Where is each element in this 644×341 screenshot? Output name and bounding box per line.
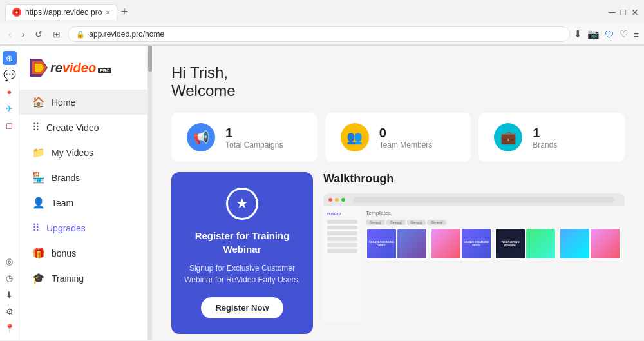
close-window-button[interactable]: ✕ (631, 7, 639, 17)
preview-sidebar-item-3 (327, 231, 357, 235)
preview-dot-red (328, 198, 332, 202)
sidebar-item-create-video[interactable]: ⠿ Create Video (19, 115, 147, 140)
circle-icon-btn[interactable]: ● (3, 84, 17, 99)
template-img-3a: WE ENJOYING WEDDING (496, 229, 525, 258)
stat-card-campaigns: 📢 1 Total Campaigns (171, 113, 317, 162)
brands-info: 1 Brands (533, 126, 557, 150)
toolbar-actions: ⬇ 📷 🛡 ♡ ≡ (574, 28, 639, 40)
webinar-description: Signup for Exclusive Customer Webinar fo… (184, 262, 300, 286)
minimize-button[interactable]: ─ (609, 7, 616, 17)
template-img-4b (591, 229, 620, 258)
stats-row: 📢 1 Total Campaigns 👥 0 Team Members 💼 1… (171, 113, 625, 162)
walkthrough-title: Walkthrough (323, 172, 625, 186)
browser-titlebar: https://app.revideo.pro × + ─ □ ✕ (0, 0, 644, 24)
sidebar: revideo PRO 🏠 Home ⠿ Create Video 📁 My V… (19, 46, 148, 340)
extensions-button[interactable]: ⊞ (50, 27, 64, 41)
template-label-2: CREATE ENGAGING VIDEO (462, 239, 491, 248)
camera-icon[interactable]: 📷 (587, 28, 600, 40)
messenger-icon-btn[interactable]: 💬 (3, 68, 17, 82)
settings-icon-btn[interactable]: ⚙ (3, 304, 17, 318)
scroll-thumb (148, 46, 152, 72)
template-img-1a: CREATE ENGAGING VIDEO (367, 229, 396, 258)
my-videos-icon: 📁 (32, 146, 45, 159)
telegram-icon-btn[interactable]: ✈ (3, 101, 17, 115)
download-icon-btn[interactable]: ⬇ (3, 287, 17, 302)
sidebar-item-brands[interactable]: 🏪 Brands (19, 165, 147, 190)
stat-card-brands: 💼 1 Brands (478, 113, 625, 162)
preview-template-1: CREATE ENGAGING VIDEO (366, 228, 428, 260)
team-info: 0 Team Members (379, 126, 433, 150)
campaigns-label: Total Campaigns (225, 141, 283, 150)
address-text: app.revideo.pro/home (89, 30, 562, 39)
campaigns-number: 1 (225, 126, 283, 141)
scroll-indicator[interactable] (148, 46, 152, 340)
campaigns-icon: 📢 (187, 123, 215, 151)
walkthrough-preview: revideo Templates Genera (323, 193, 625, 322)
create-video-icon: ⠿ (32, 121, 40, 133)
menu-icon[interactable]: ≡ (633, 29, 639, 40)
back-button[interactable]: ‹ (5, 27, 15, 41)
general-tab-1: General (366, 220, 385, 225)
template-img-1b (397, 229, 426, 258)
brands-label: Brands (533, 141, 557, 150)
webinar-card: ★ Register for Training Webinar Signup f… (171, 172, 313, 334)
clock-icon-btn[interactable]: ◷ (3, 271, 17, 285)
stat-card-team: 👥 0 Team Members (325, 113, 471, 162)
maximize-button[interactable]: □ (621, 7, 626, 17)
greeting-text: Hi Trish, (171, 64, 625, 82)
sidebar-label-bonus: bonus (52, 248, 76, 258)
sidebar-item-training[interactable]: 🎓 Training (19, 266, 147, 291)
preview-logo: revideo (323, 209, 361, 218)
heart-icon[interactable]: ♡ (620, 28, 628, 40)
sidebar-item-upgrades[interactable]: ⠿ Upgrades (19, 215, 147, 240)
new-tab-button[interactable]: + (121, 5, 128, 19)
home-icon-btn[interactable]: ⊕ (3, 51, 17, 65)
webinar-star-icon: ★ (226, 188, 258, 220)
template-img-2b: CREATE ENGAGING VIDEO (462, 229, 491, 258)
preview-sidebar-item-6 (327, 249, 357, 253)
target-icon-btn[interactable]: ◎ (3, 254, 17, 268)
register-now-button[interactable]: Register Now (201, 297, 283, 318)
sidebar-item-team[interactable]: 👤 Team (19, 190, 147, 215)
logo-icon (30, 59, 48, 77)
preview-header: Templates (366, 210, 621, 216)
location-icon-btn[interactable]: 📍 (3, 321, 17, 335)
address-bar[interactable]: 🔒 app.revideo.pro/home (68, 26, 570, 42)
campaigns-info: 1 Total Campaigns (225, 126, 283, 150)
preview-templates: CREATE ENGAGING VIDEO (366, 228, 621, 260)
logo-pro-badge: PRO (98, 68, 111, 73)
preview-sidebar-item-4 (327, 237, 357, 241)
sidebar-label-create-video: Create Video (46, 122, 99, 133)
download-icon[interactable]: ⬇ (574, 28, 582, 40)
browser-tab[interactable]: https://app.revideo.pro × (5, 4, 117, 20)
sidebar-label-team: Team (52, 198, 73, 208)
team-members-icon: 👥 (341, 123, 369, 151)
general-tab-4: General (427, 220, 446, 225)
sidebar-item-bonus[interactable]: 🎁 bonus (19, 240, 147, 266)
tab-favicon (12, 8, 21, 17)
general-tab-3: General (407, 220, 426, 225)
template-img-4a (560, 229, 589, 258)
sidebar-item-my-videos[interactable]: 📁 My Videos (19, 140, 147, 165)
shield-icon[interactable]: 🛡 (605, 29, 614, 40)
template-label-1: CREATE ENGAGING VIDEO (367, 239, 396, 248)
browser-chrome: https://app.revideo.pro × + ─ □ ✕ ‹ › ↺ … (0, 0, 644, 46)
forward-button[interactable]: › (19, 27, 28, 41)
bonus-icon: 🎁 (32, 247, 45, 259)
tab-title: https://app.revideo.pro (25, 8, 102, 17)
welcome-text: Hi Trish, Welcome (171, 64, 625, 100)
walkthrough-section: Walkthrough revideo (323, 172, 625, 340)
sidebar-label-home: Home (52, 97, 75, 108)
logo-revideo: revideo (50, 61, 96, 75)
sidebar-item-home[interactable]: 🏠 Home (19, 90, 147, 115)
preview-sidebar-item-2 (327, 226, 357, 229)
logo: revideo PRO (30, 59, 137, 77)
preview-content: revideo Templates Genera (323, 206, 625, 322)
preview-browser-bar (323, 193, 625, 206)
lock-icon: 🔒 (76, 30, 85, 39)
tab-close-button[interactable]: × (106, 8, 109, 16)
sidebar-label-upgrades: Upgrades (46, 223, 86, 233)
template-img-2a (431, 229, 460, 258)
instagram-icon-btn[interactable]: ◻ (3, 118, 17, 132)
refresh-button[interactable]: ↺ (32, 27, 46, 41)
